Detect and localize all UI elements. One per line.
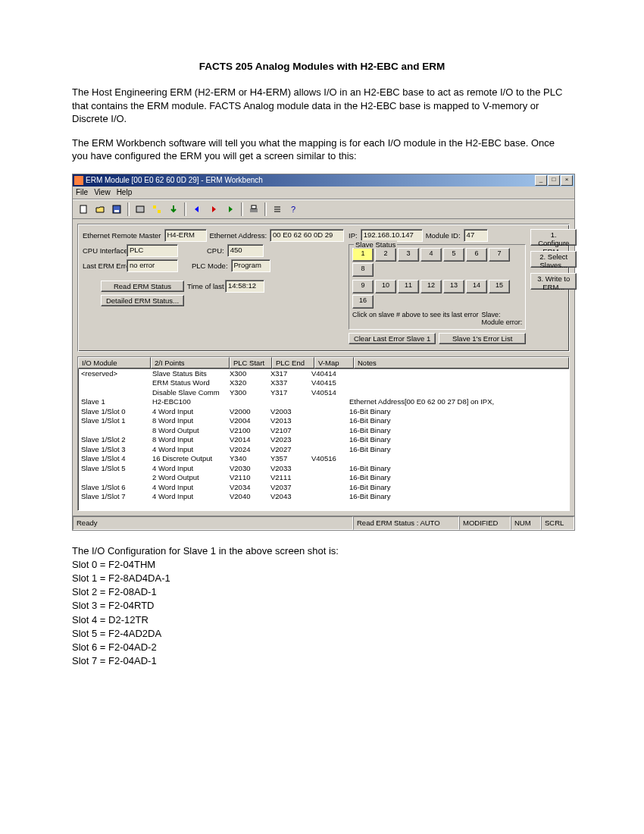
cpu-if-label: CPU Interface: [83, 246, 123, 255]
menu-file[interactable]: File [76, 188, 88, 196]
slave-button-1[interactable]: 1 [352, 248, 374, 262]
list-row[interactable]: ERM Status WordX320X337V40415 [78, 378, 569, 388]
list-row[interactable]: Disable Slave CommY300Y317V40514 [78, 388, 569, 398]
list-row[interactable]: Slave 1H2-EBC100Ethernet Address[00 E0 6… [78, 397, 569, 407]
modid-label: Module ID: [426, 231, 461, 240]
close-button[interactable]: × [561, 175, 573, 186]
list-cell: Ethernet Address[00 E0 62 00 27 D8] on I… [346, 397, 569, 407]
slave-button-15[interactable]: 15 [489, 280, 510, 293]
col-points[interactable]: 2/I Points [151, 357, 230, 368]
list-cell: 16-Bit Binary [346, 426, 569, 436]
slave-button-7[interactable]: 7 [489, 248, 510, 262]
col-plc-start[interactable]: PLC Start [230, 357, 272, 368]
svg-rect-3 [136, 206, 144, 212]
slave-status-title: Slave Status [354, 240, 397, 249]
tb-write-icon[interactable] [166, 202, 181, 217]
list-cell [267, 397, 308, 407]
slave-button-3[interactable]: 3 [398, 248, 419, 262]
list-row[interactable]: Slave 1/Slot 28 Word InputV2014V202316-B… [78, 435, 569, 445]
tb-new-icon[interactable] [76, 202, 91, 217]
slave-button-8[interactable]: 8 [352, 263, 374, 277]
list-row[interactable]: Slave 1/Slot 04 Word InputV2000V200316-B… [78, 407, 569, 417]
slave-button-5[interactable]: 5 [443, 248, 464, 262]
list-header: I/O Module 2/I Points PLC Start PLC End … [78, 357, 569, 369]
list-cell [78, 426, 149, 436]
list-cell: 4 Word Input [149, 483, 227, 493]
tb-list-icon[interactable] [270, 202, 285, 217]
list-cell: V40414 [308, 369, 346, 379]
list-cell: <reserved> [78, 369, 149, 379]
plc-mode-label: PLC Mode: [192, 262, 228, 270]
menu-help[interactable]: Help [117, 188, 133, 196]
io-listview[interactable]: I/O Module 2/I Points PLC Start PLC End … [77, 356, 570, 511]
list-cell: V2107 [267, 426, 308, 436]
list-cell: V2110 [227, 473, 267, 483]
list-row[interactable]: Slave 1/Slot 18 Word InputV2004V201316-B… [78, 416, 569, 426]
time-value: 14:58:12 [225, 280, 264, 293]
slave-button-12[interactable]: 12 [420, 280, 442, 293]
maximize-button[interactable]: □ [548, 175, 560, 186]
tb-cfg-icon[interactable] [133, 202, 148, 217]
rem-master-value: H4-ERM [164, 229, 207, 242]
tb-save-icon[interactable] [109, 202, 124, 217]
minimize-button[interactable]: _ [535, 175, 547, 186]
slave-button-9[interactable]: 9 [352, 280, 374, 293]
menu-view[interactable]: View [94, 188, 111, 196]
svg-rect-7 [252, 205, 256, 208]
slave-button-6[interactable]: 6 [466, 248, 487, 262]
list-cell: V2014 [227, 435, 267, 445]
col-plc-end[interactable]: PLC End [272, 357, 314, 368]
slave-button-16[interactable]: 16 [352, 295, 374, 309]
tb-back-icon[interactable] [189, 202, 205, 217]
read-erm-button[interactable]: Read ERM Status [101, 281, 184, 292]
slot-line: Slot 7 = F2-04AD-1 [72, 654, 572, 668]
list-cell: X337 [267, 378, 308, 388]
list-row[interactable]: Slave 1/Slot 34 Word InputV2024V202716-B… [78, 445, 569, 455]
app-icon [74, 176, 83, 185]
list-cell: 16-Bit Binary [346, 473, 569, 483]
svg-text:?: ? [291, 205, 295, 214]
list-row[interactable]: Slave 1/Slot 64 Word InputV2034V203716-B… [78, 483, 569, 493]
eth-addr-value: 00 E0 62 60 0D 29 [270, 229, 344, 242]
cpu-if-value: PLC [127, 244, 178, 257]
list-cell: V2027 [267, 445, 308, 455]
list-row[interactable]: Slave 1/Slot 416 Discrete OutputY340Y357… [78, 454, 569, 464]
detailed-erm-button[interactable]: Detailed ERM Status... [101, 295, 184, 306]
slave-button-10[interactable]: 10 [375, 280, 396, 293]
tb-print-icon[interactable] [246, 202, 261, 217]
list-cell [227, 397, 267, 407]
tb-slaves-icon[interactable] [149, 202, 164, 217]
tb-refresh-icon[interactable] [223, 202, 238, 217]
titlebar-text: ERM Module [00 E0 62 60 0D 29] - ERM Wor… [86, 176, 534, 184]
slave-button-11[interactable]: 11 [398, 280, 419, 293]
list-row[interactable]: 8 Word OutputV2100V210716-Bit Binary [78, 426, 569, 436]
slave-error-list-button[interactable]: Slave 1's Error List [439, 333, 526, 344]
slave-button-2[interactable]: 2 [375, 248, 396, 262]
configure-erm-button[interactable]: 1. Configure ERM... [530, 229, 577, 246]
list-row[interactable]: Slave 1/Slot 74 Word InputV2040V204316-B… [78, 492, 569, 502]
slave-button-4[interactable]: 4 [420, 248, 442, 262]
slave-click-msg: Click on slave # above to see its last e… [352, 311, 479, 326]
list-row[interactable]: Slave 1/Slot 54 Word InputV2030V203316-B… [78, 464, 569, 474]
tb-open-icon[interactable] [92, 202, 108, 217]
col-notes[interactable]: Notes [354, 357, 569, 368]
list-cell: 8 Word Output [149, 426, 227, 436]
list-row[interactable]: <reserved>Slave Status BitsX300X317V4041… [78, 369, 569, 379]
select-slaves-button[interactable]: 2. Select Slaves... [530, 251, 577, 268]
col-io-module[interactable]: I/O Module [78, 357, 151, 368]
list-row[interactable]: 2 Word OutputV2110V211116-Bit Binary [78, 473, 569, 483]
list-cell: V2003 [267, 407, 308, 417]
list-cell: H2-EBC100 [149, 397, 227, 407]
list-cell: 16-Bit Binary [346, 416, 569, 426]
list-cell: V40516 [308, 454, 346, 464]
col-vmap[interactable]: V-Map [314, 357, 354, 368]
svg-rect-5 [158, 210, 161, 213]
slave-button-13[interactable]: 13 [443, 280, 464, 293]
tb-fwd-icon[interactable] [206, 202, 221, 217]
doc-para-2: The ERM Workbench software will tell you… [72, 136, 572, 163]
slave-button-14[interactable]: 14 [466, 280, 487, 293]
write-to-erm-button[interactable]: 3. Write to ERM... [530, 273, 577, 290]
list-cell [308, 416, 346, 426]
tb-help-icon[interactable]: ? [286, 202, 302, 217]
clear-last-error-button[interactable]: Clear Last Error Slave 1 [349, 333, 436, 344]
